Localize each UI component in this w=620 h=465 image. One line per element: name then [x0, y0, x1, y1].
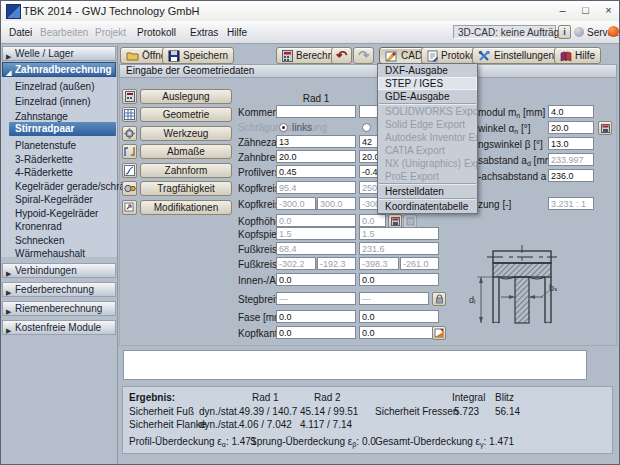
modifikationen-icon: [122, 200, 137, 215]
gear-cross-section-drawing: dᵢ bₛ: [451, 231, 569, 339]
close-button[interactable]: ×: [599, 2, 618, 19]
eingriffswinkel-label: winkel αn [°]: [478, 123, 531, 134]
sidebar-item-kegelraeder[interactable]: Kegelräder gerade/schräg: [15, 180, 131, 193]
null-achsabstand-label: sabstand ad [mm]: [478, 155, 556, 166]
links-radio[interactable]: [279, 123, 288, 132]
kommentar-rad1-input[interactable]: [276, 105, 356, 118]
panel-title: Eingabe der Geometriedaten: [119, 64, 617, 78]
sidebar-header-zahnradberechnung[interactable]: ◢Zahnradberechnung: [2, 62, 116, 77]
info-button[interactable]: i: [558, 25, 571, 39]
sidebar-item-einzelrad-aussen[interactable]: Einzelrad (außen): [15, 80, 94, 93]
sidebar-header-kostenfreie-module[interactable]: ▶Kostenfreie Module: [2, 320, 116, 335]
sidebar-item-stirnradpaar[interactable]: Stirnradpaar: [9, 122, 116, 136]
menu-item-autodesk-inventor-export: Autodesk Inventor Export: [378, 131, 477, 144]
eingriffswinkel-calc-button[interactable]: [598, 121, 612, 135]
sidebar-header-federberechnung[interactable]: ▶Federberechnung: [2, 282, 116, 297]
kopfhoehenaend-rad2-input: [359, 214, 386, 227]
minimize-button[interactable]: –: [553, 2, 572, 19]
zahnbreite-rad1-input[interactable]: [276, 150, 356, 163]
menu-item-proe-export: ProE Export: [378, 170, 477, 183]
schraegungswinkel-input[interactable]: [548, 137, 594, 150]
calculator-icon: [391, 217, 400, 226]
abmasse-icon: [122, 144, 137, 159]
chamfer-icon: [434, 328, 444, 338]
menu-bearbeiten: Bearbeiten: [37, 26, 91, 40]
fase-rad2-input[interactable]: [359, 310, 439, 323]
profilverschiebung-rad1-input[interactable]: [276, 165, 356, 178]
sicherheit-flanke-rad2: 4.117 / 7.14: [300, 419, 352, 430]
menu-item-koordinatentabelle[interactable]: Koordinatentabelle: [378, 200, 477, 213]
sidebar-header-verbindungen[interactable]: ▶Verbindungen: [2, 263, 116, 278]
kopfkantenbruch-rad2-input[interactable]: [359, 326, 439, 339]
menu-item-step-iges[interactable]: STEP / IGES: [378, 77, 477, 90]
sidebar-item-waermehaushalt[interactable]: Wärmehaushalt: [15, 247, 85, 260]
message-textarea[interactable]: [123, 350, 587, 380]
sidebar-item-3-raederkette[interactable]: 3-Räderkette: [15, 153, 73, 166]
normalmodul-input[interactable]: [548, 105, 594, 118]
help-button[interactable]: Hilfe: [554, 47, 601, 64]
sicherheit-fressen-label: Sicherheit Fressen: [375, 406, 458, 417]
save-button[interactable]: Speichern: [162, 47, 234, 64]
fusskreis-rad1-input: [276, 242, 356, 255]
rechts-radio[interactable]: [362, 123, 371, 132]
fusskreis-rad2-input: [359, 242, 439, 255]
sidebar-item-4-raederkette[interactable]: 4-Räderkette: [15, 166, 73, 179]
sidebar-item-einzelrad-innen[interactable]: Einzelrad (innen): [15, 95, 91, 108]
maximize-button[interactable]: □: [576, 2, 595, 19]
normalmodul-label: modul mn [mm]: [478, 107, 545, 118]
results-heading: Ergebnis:: [129, 392, 175, 403]
menu-protokoll[interactable]: Protokoll: [134, 26, 179, 40]
menu-item-herstelldaten[interactable]: Herstelldaten: [378, 185, 477, 198]
kopfkantenbruch-tool-button[interactable]: [432, 326, 446, 340]
uebersetzung-input: [548, 197, 594, 210]
kopfkreisabmass-rad1a-input: [276, 197, 316, 210]
fase-rad1-input[interactable]: [276, 310, 356, 323]
sidebar-item-kronenrad[interactable]: Kronenrad: [15, 220, 62, 233]
kopfhoehenaend-calc-button[interactable]: [388, 214, 402, 228]
results-col-blitz: Blitz: [495, 392, 514, 403]
settings-button[interactable]: Einstellungen: [472, 47, 560, 64]
menu-extras[interactable]: Extras: [187, 26, 221, 40]
werkzeug-button[interactable]: Werkzeug: [140, 126, 232, 141]
uebersetzung-label: zung [-]: [478, 199, 511, 210]
sicherheit-fressen-integral: 5.723: [454, 406, 479, 417]
menu-item-gde-ausgabe[interactable]: GDE-Ausgabe: [378, 90, 477, 103]
zaehnezahl-rad1-input[interactable]: [276, 135, 356, 148]
innen-aussen-rad2-input[interactable]: [359, 273, 439, 286]
geometrie-button[interactable]: Geometrie: [140, 107, 232, 122]
abmasse-button[interactable]: Abmaße: [140, 144, 232, 159]
cad-status-field: 3D-CAD: keine Aufträge: [453, 25, 556, 39]
undo-icon: ↶: [336, 49, 347, 62]
results-col-rad2: Rad 2: [314, 392, 341, 403]
sidebar-header-welle-lager[interactable]: ▶Welle / Lager: [2, 46, 116, 61]
betriebsachsabstand-input[interactable]: [548, 169, 594, 182]
sicherheit-fuss-rad1: 49.39 / 140.7: [239, 406, 297, 417]
chevron-right-icon: ▶: [6, 267, 11, 280]
sidebar-item-planetenstufe[interactable]: Planetenstufe: [15, 139, 76, 152]
menu-datei[interactable]: Datei: [6, 26, 35, 40]
menu-hilfe[interactable]: Hilfe: [224, 26, 250, 40]
sidebar-item-schnecken[interactable]: Schnecken: [15, 234, 64, 247]
menu-item-dxf-ausgabe[interactable]: DXF-Ausgabe: [378, 64, 477, 77]
sicherheit-fuss-mode: dyn./stat.: [199, 406, 240, 417]
fusskreisabmasse-rad1b-input: [317, 257, 356, 270]
tragfaehigkeit-button[interactable]: Tragfähigkeit: [140, 181, 232, 196]
fusskreisabmasse-rad2a-input: [359, 257, 399, 270]
chevron-right-icon: ▶: [6, 324, 11, 337]
kopfkantenbruch-rad1-input[interactable]: [276, 326, 356, 339]
floppy-disk-icon: [168, 50, 180, 62]
tragfaehigkeit-icon: [122, 181, 137, 196]
eingriffswinkel-input[interactable]: [548, 121, 594, 134]
calculator-icon: [601, 124, 610, 133]
sidebar-item-spiral-kegelraeder[interactable]: Spiral-Kegelräder: [15, 193, 93, 206]
zahnform-button[interactable]: Zahnform: [140, 163, 232, 178]
undo-button[interactable]: ↶: [331, 47, 352, 64]
modifikationen-button[interactable]: Modifikationen: [140, 200, 232, 215]
sicherheit-fuss-label: Sicherheit Fuß: [129, 406, 194, 417]
sidebar-header-riemenberechnung[interactable]: ▶Riemenberechnung: [2, 301, 116, 316]
innen-aussen-rad1-input[interactable]: [276, 273, 356, 286]
sidebar-item-hypoid-kegelraeder[interactable]: Hypoid-Kegelräder: [15, 207, 98, 220]
lock-icon: [435, 294, 444, 304]
auslegung-button[interactable]: Auslegung: [140, 89, 232, 104]
stegbreite-lock-button[interactable]: [432, 292, 446, 306]
